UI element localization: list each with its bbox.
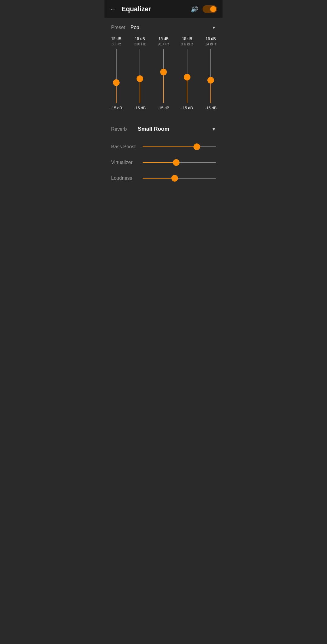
- h-slider-2[interactable]: [143, 174, 216, 182]
- preset-dropdown-arrow[interactable]: ▼: [212, 25, 216, 30]
- eq-band-2: 15 dB 910 Hz -15 dB: [152, 36, 175, 110]
- track-active-1: [140, 79, 140, 103]
- bottom-section: Reverb Small Room ▼ Bass Boost Virtualiz…: [104, 116, 223, 189]
- eq-section: 15 dB 60 Hz -15 dB 15 dB 230 Hz -15 dB 1…: [104, 33, 223, 116]
- h-thumb-0[interactable]: [193, 143, 200, 150]
- freq-label-3: 3.6 kHz: [181, 42, 193, 46]
- db-top-4: 15 dB: [206, 36, 216, 41]
- track-active-2: [163, 72, 164, 103]
- eq-slider-4[interactable]: [206, 49, 215, 103]
- h-slider-name-0: Bass Boost: [111, 144, 138, 150]
- eq-slider-2[interactable]: [159, 49, 168, 103]
- slider-thumb-4[interactable]: [207, 77, 214, 84]
- eq-slider-1[interactable]: [136, 49, 144, 103]
- header: ← Equalizer 🔊: [104, 0, 223, 18]
- h-track-active-2: [143, 178, 175, 179]
- db-top-2: 15 dB: [158, 36, 169, 41]
- eq-slider-0[interactable]: [112, 49, 121, 103]
- db-top-1: 15 dB: [135, 36, 145, 41]
- slider-thumb-2[interactable]: [160, 69, 167, 75]
- h-slider-row-1: Virtualizer: [104, 155, 223, 170]
- slider-thumb-1[interactable]: [137, 75, 143, 82]
- freq-label-4: 14 kHz: [205, 42, 216, 46]
- db-top-0: 15 dB: [111, 36, 121, 41]
- preset-row[interactable]: Preset Pop ▼: [104, 18, 223, 33]
- freq-label-1: 230 Hz: [134, 42, 146, 46]
- reverb-row[interactable]: Reverb Small Room ▼: [104, 119, 223, 139]
- track-active-3: [187, 77, 187, 103]
- reverb-value: Small Room: [138, 126, 206, 132]
- track-active-4: [210, 80, 211, 103]
- eq-slider-3[interactable]: [183, 49, 191, 103]
- slider-thumb-0[interactable]: [113, 79, 120, 86]
- h-slider-name-2: Loudness: [111, 176, 138, 181]
- equalizer-toggle[interactable]: [203, 5, 217, 13]
- h-slider-0[interactable]: [143, 143, 216, 151]
- eq-band-4: 15 dB 14 kHz -15 dB: [199, 36, 223, 110]
- h-slider-row-0: Bass Boost: [104, 139, 223, 155]
- header-right: 🔊: [191, 5, 217, 13]
- h-slider-1[interactable]: [143, 158, 216, 167]
- h-track-active-1: [143, 162, 176, 163]
- freq-label-2: 910 Hz: [158, 42, 169, 46]
- h-thumb-2[interactable]: [171, 175, 178, 182]
- page-title: Equalizer: [121, 5, 151, 13]
- header-left: ← Equalizer: [110, 5, 151, 13]
- volume-icon: 🔊: [191, 5, 198, 13]
- slider-thumb-3[interactable]: [184, 74, 190, 80]
- reverb-label: Reverb: [111, 126, 132, 132]
- db-bottom-0: -15 dB: [111, 106, 122, 110]
- h-slider-row-2: Loudness: [104, 170, 223, 186]
- freq-label-0: 60 Hz: [111, 42, 121, 46]
- eq-band-3: 15 dB 3.6 kHz -15 dB: [175, 36, 199, 110]
- eq-band-1: 15 dB 230 Hz -15 dB: [128, 36, 152, 110]
- eq-band-0: 15 dB 60 Hz -15 dB: [104, 36, 128, 110]
- db-bottom-2: -15 dB: [158, 106, 169, 110]
- db-bottom-4: -15 dB: [205, 106, 216, 110]
- back-button[interactable]: ←: [110, 5, 117, 13]
- h-track-active-0: [143, 146, 197, 147]
- h-sliders-container: Bass Boost Virtualizer Loudness: [104, 139, 223, 186]
- preset-value: Pop: [130, 25, 206, 30]
- preset-label: Preset: [111, 25, 125, 30]
- reverb-dropdown-arrow[interactable]: ▼: [212, 127, 216, 132]
- db-bottom-3: -15 dB: [181, 106, 193, 110]
- h-slider-name-1: Virtualizer: [111, 160, 138, 165]
- h-thumb-1[interactable]: [173, 159, 180, 166]
- db-top-3: 15 dB: [182, 36, 192, 41]
- db-bottom-1: -15 dB: [134, 106, 146, 110]
